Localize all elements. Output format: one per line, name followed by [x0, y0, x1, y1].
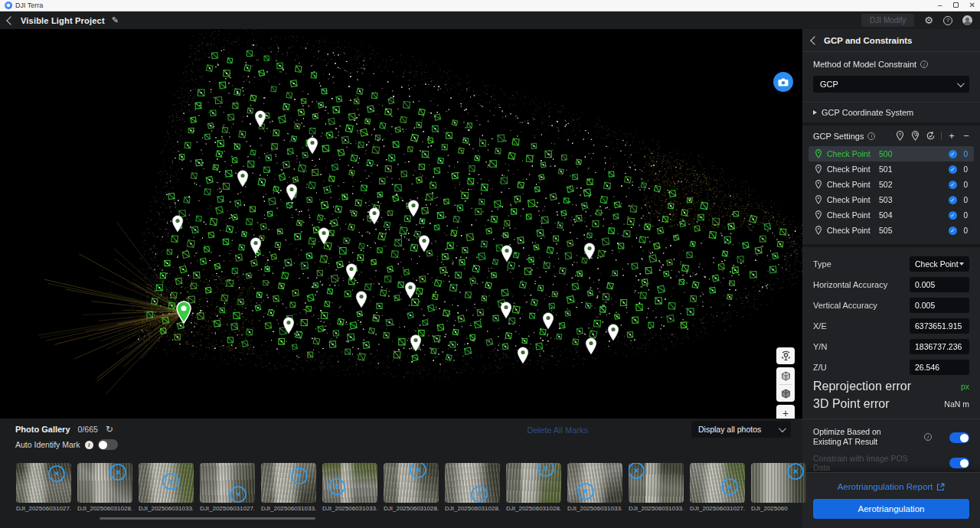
- auto-identify-toggle[interactable]: [98, 439, 118, 450]
- gcp-pin[interactable]: [368, 207, 381, 225]
- thumbnail-strip: DJI_202506031027... DJI_202506031028... …: [16, 463, 806, 512]
- gallery-scrollbar[interactable]: [100, 517, 315, 520]
- gcp-settings-info-icon[interactable]: i: [867, 132, 875, 140]
- thumbnail-image[interactable]: [77, 463, 132, 503]
- method-select[interactable]: GCP: [813, 76, 969, 93]
- gcp-pin[interactable]: [417, 235, 431, 253]
- gcp-pin-selected[interactable]: [175, 301, 193, 324]
- thumbnail-image[interactable]: [322, 463, 377, 503]
- thumbnail-filename: DJI_202506031027...: [16, 505, 71, 512]
- gcp-list-item[interactable]: Check Point504 ✓ 0: [808, 207, 974, 223]
- thumbnail-image[interactable]: [139, 463, 194, 503]
- user-avatar[interactable]: [962, 15, 972, 25]
- remove-gcp-button[interactable]: −: [962, 132, 971, 141]
- thumbnail-image[interactable]: [567, 463, 622, 503]
- constrain-toggle[interactable]: [949, 458, 969, 468]
- photo-thumbnail[interactable]: DJI_202506031028...: [384, 463, 439, 512]
- import-gcp-icon[interactable]: ?: [895, 131, 905, 141]
- help-icon[interactable]: ?: [943, 16, 952, 25]
- optimize-toggle[interactable]: [949, 432, 969, 443]
- maximize-button[interactable]: [953, 2, 959, 9]
- photo-thumbnail[interactable]: DJI_2025060: [751, 463, 806, 512]
- thumbnail-image[interactable]: [16, 463, 71, 503]
- xe-input[interactable]: 6373651.915: [910, 318, 969, 334]
- orbit-gimbal-button[interactable]: [776, 347, 795, 364]
- gcp-list-item[interactable]: Check Point501 ✓ 0: [808, 161, 974, 177]
- back-icon[interactable]: [6, 16, 15, 24]
- gcp-pin[interactable]: [516, 347, 530, 364]
- gcp-pin[interactable]: [253, 110, 267, 128]
- thumbnail-image[interactable]: [506, 463, 561, 503]
- photo-thumbnail[interactable]: DJI_202506031028...: [445, 463, 500, 512]
- gcp-list-item[interactable]: Check Point503 ✓ 0: [808, 192, 974, 207]
- thumbnail-image[interactable]: [261, 463, 316, 503]
- export-gcp-icon[interactable]: [910, 131, 920, 141]
- gcp-pin[interactable]: [407, 200, 420, 217]
- photo-thumbnail[interactable]: DJI_202506031027...: [16, 463, 71, 512]
- gcp-pin[interactable]: [236, 170, 250, 187]
- aerotriangulation-button[interactable]: Aerotriangulation: [813, 499, 969, 519]
- point-cloud-view-button[interactable]: [776, 367, 795, 384]
- gcp-pin[interactable]: [317, 227, 331, 245]
- photo-thumbnail[interactable]: DJI_202506031033...: [567, 463, 622, 512]
- settings-gear-icon[interactable]: ⚙: [924, 15, 933, 25]
- thumbnail-image[interactable]: [751, 463, 806, 503]
- delete-all-marks-button[interactable]: Delete All Marks: [528, 425, 588, 435]
- photo-thumbnail[interactable]: DJI_202506031033...: [261, 463, 316, 512]
- photo-thumbnail[interactable]: DJI_202506031028...: [506, 463, 561, 512]
- photo-thumbnail[interactable]: DJI_202506031033...: [322, 463, 377, 512]
- gcp-pin[interactable]: [285, 184, 299, 201]
- aerotriangulation-report-link[interactable]: Aerotriangulation Report: [813, 479, 969, 499]
- horizontal-accuracy-input[interactable]: 0.005: [910, 277, 969, 292]
- gcp-list-item[interactable]: Check Point500 ✓ 0: [808, 146, 974, 161]
- mesh-view-button[interactable]: [776, 385, 795, 402]
- gcp-pin[interactable]: [500, 245, 514, 262]
- photo-thumbnail[interactable]: DJI_202506031028...: [77, 463, 132, 512]
- refresh-icon[interactable]: ↻: [106, 424, 113, 435]
- point-cloud-viewport[interactable]: + −: [0, 29, 802, 419]
- reset-gcp-icon[interactable]: [926, 131, 936, 141]
- camera-view-button[interactable]: [773, 72, 793, 92]
- zu-input[interactable]: 26.546: [910, 360, 969, 375]
- panel-back-icon[interactable]: [810, 36, 818, 44]
- add-gcp-button[interactable]: +: [947, 132, 956, 141]
- gcp-pin[interactable]: [499, 301, 513, 319]
- thumbnail-image[interactable]: [690, 463, 745, 503]
- gcp-list-item[interactable]: Check Point502 ✓ 0: [808, 177, 974, 192]
- thumbnail-image[interactable]: [445, 463, 500, 503]
- gcp-pin[interactable]: [354, 291, 368, 308]
- gcp-list-item[interactable]: Check Point507 ✓ 0: [808, 238, 974, 241]
- gcp-pin[interactable]: [345, 263, 358, 281]
- zoom-in-button[interactable]: +: [776, 405, 795, 419]
- coordinate-system-row[interactable]: GCP Coordinate System: [802, 102, 980, 122]
- photo-thumbnail[interactable]: DJI_202506031027...: [690, 463, 745, 512]
- gcp-pin[interactable]: [541, 312, 555, 330]
- dji-modify-button[interactable]: DJI Modify: [861, 14, 914, 27]
- gcp-pin[interactable]: [282, 317, 296, 334]
- gcp-pin[interactable]: [583, 243, 596, 260]
- thumbnail-image[interactable]: [629, 463, 684, 503]
- display-filter-select[interactable]: Display all photos: [691, 421, 791, 438]
- thumbnail-image[interactable]: [384, 463, 439, 503]
- close-button[interactable]: ✕: [969, 2, 975, 9]
- minimize-button[interactable]: –: [938, 2, 942, 9]
- yn-input[interactable]: 1836737.236: [910, 339, 969, 354]
- gcp-pin[interactable]: [409, 334, 423, 352]
- photo-thumbnail[interactable]: DJI_202506031033...: [629, 463, 684, 512]
- gcp-pin[interactable]: [249, 237, 263, 255]
- thumbnail-image[interactable]: [200, 463, 255, 503]
- gcp-pin[interactable]: [584, 337, 598, 355]
- vertical-accuracy-input[interactable]: 0.005: [910, 298, 969, 313]
- edit-project-name-icon[interactable]: ✎: [112, 15, 119, 25]
- gcp-pin[interactable]: [606, 324, 620, 341]
- method-info-icon[interactable]: i: [920, 60, 928, 68]
- auto-identify-info-icon[interactable]: i: [85, 441, 93, 449]
- photo-thumbnail[interactable]: DJI_202506031033...: [139, 463, 194, 512]
- gcp-list-item[interactable]: Check Point505 ✓ 0: [808, 223, 974, 238]
- gcp-pin[interactable]: [171, 215, 185, 233]
- gcp-pin[interactable]: [305, 137, 319, 155]
- type-select[interactable]: Check Point: [910, 256, 969, 272]
- photo-thumbnail[interactable]: DJI_202506031027...: [200, 463, 255, 512]
- gcp-pin[interactable]: [403, 282, 417, 299]
- optimize-info-icon[interactable]: i: [924, 433, 932, 441]
